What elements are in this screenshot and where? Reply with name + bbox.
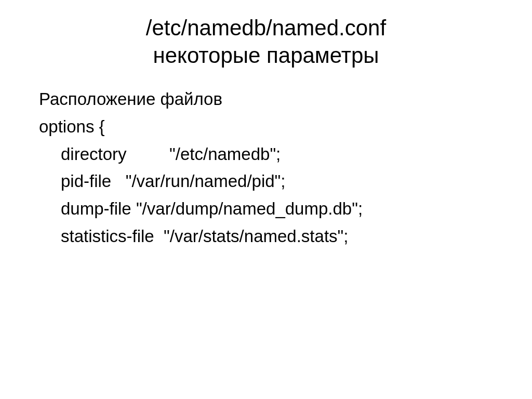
body-line-1: Расположение файлов <box>39 86 493 113</box>
slide-title: /etc/namedb/named.conf некоторые парамет… <box>39 15 493 69</box>
body-line-6: statistics-file "/var/stats/named.stats"… <box>39 223 493 250</box>
body-line-4: pid-file "/var/run/named/pid"; <box>39 168 493 195</box>
body-line-3: directory "/etc/namedb"; <box>39 141 493 168</box>
body-line-2: options { <box>39 113 493 141</box>
title-line-1: /etc/namedb/named.conf <box>39 15 493 42</box>
slide-container: /etc/namedb/named.conf некоторые парамет… <box>0 0 532 399</box>
slide-body: Расположение файлов options { directory … <box>39 86 493 250</box>
title-line-2: некоторые параметры <box>39 42 493 70</box>
body-line-5: dump-file "/var/dump/named_dump.db"; <box>39 195 493 223</box>
